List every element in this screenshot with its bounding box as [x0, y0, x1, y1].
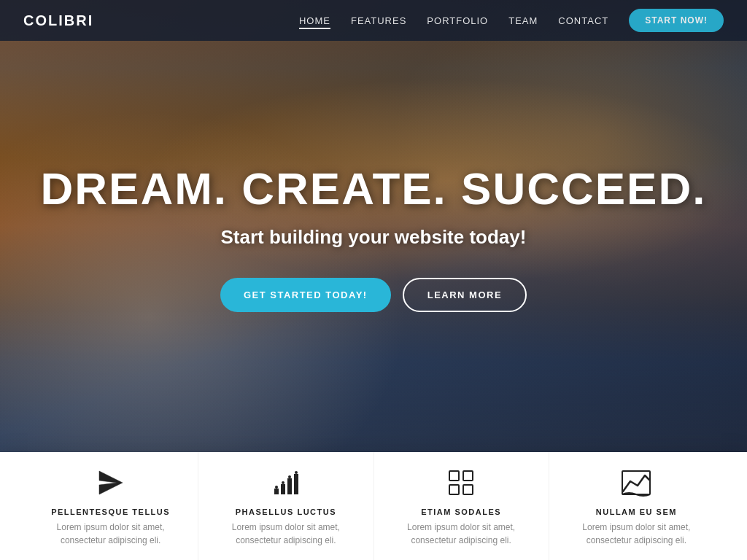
get-started-button[interactable]: GET STARTED TODAY!: [220, 278, 391, 312]
svg-rect-3: [287, 478, 292, 494]
nav-cta-button[interactable]: START NOW!: [629, 9, 724, 32]
nav-item-portfolio[interactable]: PORTFOLIO: [427, 15, 488, 26]
nav-item-team[interactable]: TEAM: [508, 15, 538, 26]
hero-title: DREAM. CREATE. SUCCEED.: [41, 163, 707, 214]
bar-chart-icon: [268, 465, 303, 500]
hero-buttons: GET STARTED TODAY! LEARN MORE: [41, 278, 707, 312]
card-3-title: ETIAM SODALES: [421, 508, 501, 516]
card-2-text: Lorem ipsum dolor sit amet, consectetur …: [213, 521, 358, 547]
svg-point-8: [295, 471, 298, 474]
cube-icon: [444, 465, 479, 500]
card-4-title: NULLAM EU SEM: [596, 508, 677, 516]
card-2: PHASELLUS LUCTUS Lorem ipsum dolor sit a…: [198, 452, 374, 560]
cards-container: PELLENTESQUE TELLUS Lorem ipsum dolor si…: [23, 452, 724, 560]
nav-item-home[interactable]: HOME: [299, 15, 330, 29]
navbar: COLIBRI HOME FEATURES PORTFOLIO TEAM CON…: [0, 0, 747, 41]
svg-rect-4: [294, 474, 298, 494]
svg-marker-0: [99, 471, 123, 494]
hero-content: DREAM. CREATE. SUCCEED. Start building y…: [41, 141, 707, 312]
svg-rect-2: [281, 484, 285, 494]
svg-point-6: [282, 481, 285, 484]
paper-plane-icon: [93, 465, 128, 500]
card-2-title: PHASELLUS LUCTUS: [236, 508, 336, 516]
svg-rect-11: [449, 485, 459, 494]
svg-rect-13: [622, 471, 650, 494]
chart-line-icon: [619, 465, 654, 500]
card-1-text: Lorem ipsum dolor sit amet, consectetur …: [38, 521, 183, 547]
card-4: NULLAM EU SEM Lorem ipsum dolor sit amet…: [549, 452, 724, 560]
svg-rect-9: [449, 471, 459, 481]
card-3-text: Lorem ipsum dolor sit amet, consectetur …: [389, 521, 534, 547]
features-cards-section: PELLENTESQUE TELLUS Lorem ipsum dolor si…: [0, 452, 747, 560]
brand-logo: COLIBRI: [23, 12, 93, 29]
hero-subtitle: Start building your website today!: [41, 226, 707, 249]
nav-links: HOME FEATURES PORTFOLIO TEAM CONTACT STA…: [299, 9, 724, 32]
nav-item-features[interactable]: FEATURES: [351, 15, 406, 26]
svg-rect-1: [274, 489, 279, 494]
svg-point-7: [288, 475, 291, 478]
svg-rect-10: [463, 471, 473, 481]
hero-section: DREAM. CREATE. SUCCEED. Start building y…: [0, 0, 747, 452]
card-1-title: PELLENTESQUE TELLUS: [51, 508, 170, 516]
learn-more-button[interactable]: LEARN MORE: [403, 278, 527, 312]
card-4-text: Lorem ipsum dolor sit amet, consectetur …: [564, 521, 709, 547]
svg-rect-12: [463, 485, 473, 494]
card-3: ETIAM SODALES Lorem ipsum dolor sit amet…: [374, 452, 549, 560]
card-1: PELLENTESQUE TELLUS Lorem ipsum dolor si…: [23, 452, 198, 560]
nav-item-contact[interactable]: CONTACT: [558, 15, 608, 26]
svg-point-5: [275, 486, 278, 489]
